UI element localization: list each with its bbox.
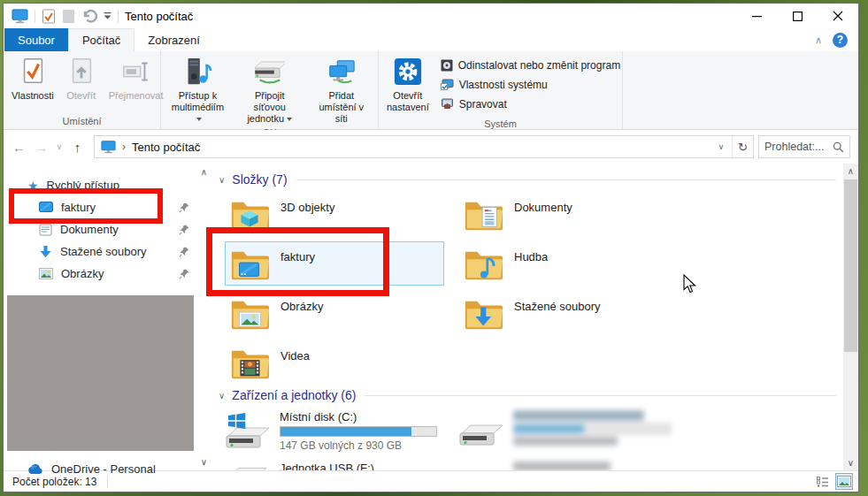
blurred-device-info — [513, 409, 671, 455]
maximize-icon — [793, 11, 803, 21]
pin-icon[interactable] — [179, 246, 190, 257]
ribbon-group-network: Přístup k multimédiím Připojit síťovou j… — [161, 51, 379, 129]
scroll-up-icon[interactable]: ∧ — [843, 166, 858, 176]
network-computers-icon — [326, 57, 357, 87]
back-button[interactable]: ← — [8, 141, 30, 154]
close-icon — [833, 11, 843, 21]
annotation-rectangle-sidebar-faktury — [9, 188, 163, 224]
this-pc-small-icon — [101, 140, 116, 154]
thumbnails-view-icon — [837, 476, 851, 487]
uninstall-icon — [441, 59, 453, 72]
disk-usage-fill — [280, 427, 411, 436]
address-bar-buttons: ∨ ↻ — [711, 136, 753, 157]
details-view-button[interactable] — [814, 473, 832, 490]
explorer-window: Tento počítač Soubor Počítač Zobrazení ∧… — [3, 3, 859, 492]
main-scrollbar[interactable]: ∧ ∨ — [843, 164, 858, 470]
media-access-button[interactable]: Přístup k multimédiím — [163, 52, 233, 126]
ribbon: Vlastnosti Otevřít — [4, 51, 858, 130]
map-network-drive-button[interactable]: Připojit síťovou jednotku — [233, 52, 307, 126]
devices-section-header[interactable]: ∨ Zařízení a jednotky (6) — [219, 388, 836, 402]
manage-button[interactable]: Spravovat — [441, 97, 620, 111]
folder-icon-documents — [463, 195, 503, 235]
uninstall-program-button[interactable]: Odinstalovat nebo změnit program — [441, 58, 620, 72]
search-icon — [833, 141, 844, 153]
blurred-sidebar-content — [7, 295, 194, 451]
ribbon-group-system: Otevřít nastavení Odinstalovat nebo změn… — [379, 51, 623, 129]
collapse-ribbon-icon[interactable]: ∧ — [815, 34, 822, 46]
devices-grid: Místní disk (C:) 147 GB volných z 930 GB — [225, 409, 678, 470]
customize-toolbar-icon[interactable] — [104, 12, 111, 19]
system-small-buttons: Odinstalovat nebo změnit program Vlastno… — [435, 52, 626, 118]
properties-icon — [18, 57, 48, 87]
address-bar[interactable]: › Tento počítač ∨ ↻ — [94, 135, 754, 158]
close-button[interactable] — [818, 4, 858, 28]
folder-tile-obrazky[interactable]: Obrázky — [225, 291, 444, 335]
scroll-down-icon[interactable]: ∨ — [843, 458, 858, 468]
tab-file[interactable]: Soubor — [4, 28, 68, 51]
device-tile-local-disk-c[interactable]: Místní disk (C:) 147 GB volných z 930 GB — [225, 409, 444, 455]
pin-icon[interactable] — [179, 202, 190, 213]
rename-icon — [121, 57, 151, 87]
media-server-icon — [182, 57, 212, 87]
folder-icon-videos — [229, 343, 270, 384]
search-box[interactable]: Prohledat:... — [758, 135, 850, 158]
recent-locations-dropdown[interactable]: ∨ — [52, 143, 66, 151]
window-title: Tento počítač — [125, 10, 193, 23]
address-row: ← → ∨ ↑ › Tento počítač ∨ ↻ Prohledat:..… — [4, 130, 858, 164]
scroll-down-icon[interactable]: ∨ — [197, 457, 211, 467]
forward-button[interactable]: → — [30, 141, 52, 154]
devices-header-label: Zařízení a jednotky (6) — [232, 388, 356, 402]
device-tile-blurred-2[interactable] — [458, 461, 678, 470]
dropdown-caret-icon — [196, 118, 202, 121]
address-dropdown-icon[interactable]: ∨ — [711, 136, 732, 157]
tab-computer[interactable]: Počítač — [68, 28, 134, 51]
chevron-down-icon[interactable]: ∨ — [219, 175, 225, 185]
network-drive-icon — [255, 57, 285, 87]
folder-tile-videa[interactable]: Videa — [225, 340, 444, 385]
device-tile-blurred[interactable] — [458, 409, 678, 455]
properties-quick-icon[interactable] — [42, 9, 56, 24]
folder-tile-dokumenty[interactable]: Dokumenty — [458, 192, 678, 236]
divider — [35, 10, 35, 23]
properties-button[interactable]: Vlastnosti — [5, 52, 60, 115]
group-label-location: Umístění — [5, 115, 158, 129]
dropdown-caret-icon — [287, 118, 292, 121]
folder-tile-hudba[interactable]: Hudba — [458, 241, 678, 286]
folders-section-header[interactable]: ∨ Složky (7) — [219, 172, 836, 187]
help-icon[interactable]: ? — [833, 33, 848, 48]
scroll-up-icon[interactable]: ∧ — [197, 167, 211, 177]
open-settings-button[interactable]: Otevřít nastavení — [380, 52, 435, 118]
chevron-down-icon[interactable]: ∨ — [219, 391, 225, 401]
up-button[interactable]: ↑ — [66, 141, 88, 154]
section-rule — [296, 179, 836, 180]
section-rule — [365, 395, 836, 396]
ribbon-empty-space — [623, 51, 858, 129]
sidebar-item-onedrive[interactable]: OneDrive - Personal — [4, 458, 197, 480]
thumbnails-view-button[interactable] — [835, 473, 853, 490]
rename-button: Přejmenovat — [103, 52, 170, 115]
maximize-button[interactable] — [777, 4, 818, 28]
documents-icon — [39, 224, 52, 236]
breadcrumb[interactable]: Tento počítač — [132, 141, 200, 154]
sidebar-item-stazene-soubory[interactable]: Stažené soubory — [4, 240, 197, 263]
desktop-background: Tento počítač Soubor Počítač Zobrazení ∧… — [0, 0, 868, 496]
pin-icon[interactable] — [179, 224, 190, 235]
folder-tile-stazene-soubory[interactable]: Stažené soubory — [458, 291, 678, 335]
refresh-icon[interactable]: ↻ — [732, 136, 753, 157]
tab-view[interactable]: Zobrazení — [134, 28, 213, 51]
open-icon — [66, 57, 96, 87]
folder-icon-downloads — [463, 294, 503, 334]
quick-access-toolbar — [4, 8, 119, 24]
details-view-icon — [817, 477, 829, 487]
title-bar: Tento počítač — [4, 4, 858, 28]
system-properties-button[interactable]: Vlastnosti systému — [441, 78, 620, 92]
manage-icon — [441, 98, 454, 111]
ribbon-controls: ∧ ? — [815, 28, 858, 51]
sidebar-item-obrazky[interactable]: Obrázky — [4, 263, 197, 285]
pin-icon[interactable] — [179, 268, 190, 279]
navigation-scrollbar[interactable]: ∧ ∨ — [197, 164, 211, 470]
minimize-button[interactable] — [736, 4, 777, 28]
scrollbar-thumb[interactable] — [844, 179, 857, 352]
device-tile-usb[interactable]: Jednotka USB (F:) — [225, 461, 444, 470]
add-network-location-button[interactable]: Přidat umístění v síti — [307, 52, 377, 126]
